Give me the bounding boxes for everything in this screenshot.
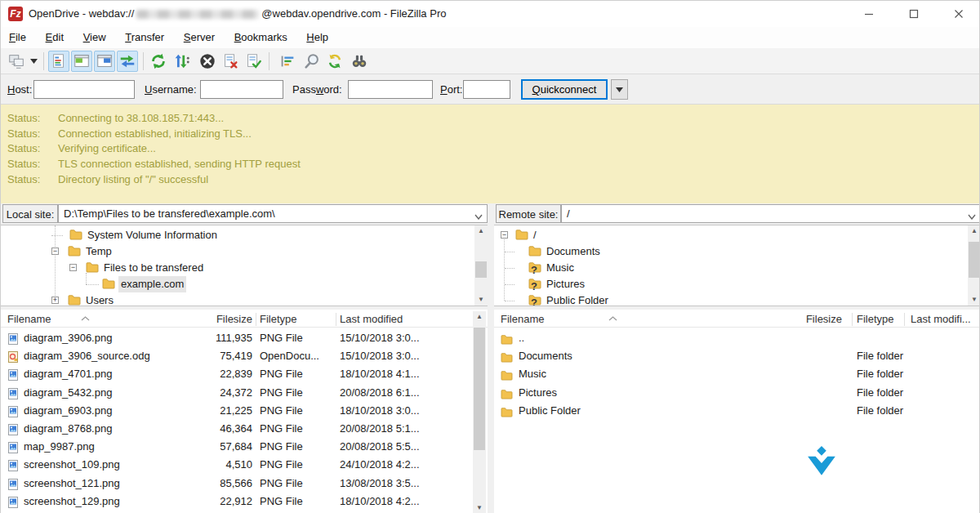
menu-transfer[interactable]: Transfer [117,27,172,48]
scrollbar-thumb[interactable] [969,242,980,278]
column-divider[interactable] [256,313,256,326]
local-site-combo[interactable]: D:\Temp\Files to be transfered\example.c… [58,204,488,223]
host-label: Host: [7,80,32,99]
scroll-up-icon[interactable]: ▲ [473,311,486,323]
close-button[interactable] [945,1,973,27]
toggle-transfer-queue-button[interactable] [117,51,138,72]
local-tree-scrollbar[interactable]: ▲ ▼ [474,225,488,306]
remote-tree-scrollbar[interactable]: ▲ ▼ [968,225,980,306]
toggle-local-tree-button[interactable] [71,51,92,72]
column-header-filesize[interactable]: Filesize [189,311,252,328]
synchronized-browsing-icon [326,52,344,70]
file-row[interactable]: PicturesFile folder [494,384,964,402]
watermark-arrow-icon [806,445,837,478]
chevron-down-icon[interactable] [968,210,976,222]
site-manager-dropdown-button[interactable] [28,51,39,72]
column-header-last-modified[interactable]: Last modified [340,311,403,328]
reconnect-button[interactable] [243,51,264,72]
cancel-operation-button[interactable] [197,51,218,72]
menu-bookmarks[interactable]: Bookmarks [226,27,296,48]
tree-item[interactable]: + Users [1,292,458,306]
column-header-filename[interactable]: Filename [501,311,544,328]
quickconnect-dropdown-button[interactable] [611,79,628,100]
toolbar-separator [269,52,270,70]
collapse-expander[interactable]: − [51,248,59,255]
column-header-filesize[interactable]: Filesize [777,311,842,328]
file-row[interactable]: diagram_4701.png22,839PNG File18/10/2018… [1,365,471,383]
tree-item[interactable]: − / [494,227,951,243]
expand-expander[interactable]: + [51,297,59,304]
toggle-remote-tree-button[interactable] [94,51,115,72]
column-header-filetype[interactable]: Filetype [857,311,894,328]
tree-item[interactable]: − Files to be transfered [1,260,458,276]
file-row[interactable]: MusicFile folder [494,365,964,383]
synchronized-browsing-button[interactable] [324,51,345,72]
tree-item[interactable]: Documents [494,243,951,260]
disconnect-button[interactable] [220,51,241,72]
file-row[interactable]: screenshot_129.png22,912PNG File18/10/20… [1,493,471,511]
tree-item[interactable]: − Temp [1,243,458,260]
folder-icon [69,229,82,240]
file-row[interactable]: map_9987.png57,684PNG File20/08/2018 5:5… [1,438,471,456]
maximize-button[interactable] [900,1,928,27]
port-input[interactable] [463,80,510,99]
column-divider[interactable] [904,313,905,326]
menu-help[interactable]: Help [298,27,336,48]
quickconnect-button[interactable]: Quickconnect [521,79,608,100]
vertical-splitter[interactable] [488,203,494,513]
file-row[interactable]: .. [494,329,964,347]
username-input[interactable] [200,80,283,99]
tree-item[interactable]: ? Music [494,260,951,276]
scrollbar-thumb[interactable] [474,328,485,450]
menu-edit[interactable]: Edit [38,27,72,48]
column-divider[interactable] [852,313,853,326]
menu-view[interactable]: View [75,27,114,48]
find-files-button[interactable] [347,51,372,72]
minimize-button[interactable] [855,1,883,27]
chevron-down-icon[interactable] [474,210,483,222]
scroll-down-icon[interactable]: ▼ [474,294,488,306]
file-row[interactable]: diagram_6903.png21,225PNG File18/10/2018… [1,402,471,420]
menu-file[interactable]: File [1,27,34,48]
file-row[interactable]: diagram_5432.png24,372PNG File20/08/2018… [1,384,471,402]
toggle-message-log-button[interactable] [48,51,69,72]
png-file-icon [7,368,19,380]
collapse-expander[interactable]: − [501,231,508,239]
file-row[interactable]: screenshot_109.png4,510PNG File24/10/201… [1,456,471,474]
column-header-filename[interactable]: Filename [7,311,51,328]
tree-connector [505,268,514,269]
refresh-button[interactable] [148,51,169,72]
tree-item[interactable]: ? Pictures [494,276,951,292]
minimize-icon [864,9,874,19]
host-input[interactable] [33,80,135,99]
menu-server[interactable]: Server [176,27,223,48]
file-row[interactable]: Public FolderFile folder [494,402,964,420]
tree-item-selected[interactable]: example.com [1,276,458,292]
column-header-filetype[interactable]: Filetype [260,311,297,328]
toolbar-separator [143,52,144,70]
site-manager-button[interactable] [6,51,27,72]
file-row[interactable]: screenshot_121.png85,566PNG File13/08/20… [1,475,471,493]
file-row[interactable]: diagram_8768.png46,364PNG File20/08/2018… [1,420,471,438]
file-row[interactable]: diagram_3906_source.odg75,419OpenDocu...… [1,347,471,365]
toggle-queue-processing-button[interactable] [171,51,192,72]
tree-item[interactable]: ? Public Folder [494,292,951,306]
local-list-scrollbar[interactable]: ▲ ▼ [473,311,486,513]
filename-filters-button[interactable] [277,51,298,72]
password-input[interactable] [348,80,433,99]
scroll-down-icon[interactable]: ▼ [968,294,980,306]
remote-site-combo[interactable]: / [561,204,980,223]
file-row[interactable]: DocumentsFile folder [494,347,964,365]
directory-comparison-button[interactable] [301,51,323,72]
file-row[interactable]: diagram_3906.png111,935PNG File15/10/201… [1,329,471,347]
tree-connector [505,301,514,301]
folder-icon [86,261,99,273]
column-divider[interactable] [336,313,336,326]
scrollbar-thumb[interactable] [475,261,487,278]
collapse-expander[interactable]: − [69,264,77,271]
scroll-up-icon[interactable]: ▲ [968,225,980,237]
column-header-last-modified[interactable]: Last modifi... [911,311,971,328]
scroll-up-icon[interactable]: ▲ [474,225,488,237]
tree-item[interactable]: System Volume Information [1,227,458,243]
scroll-down-icon[interactable]: ▼ [473,502,486,513]
